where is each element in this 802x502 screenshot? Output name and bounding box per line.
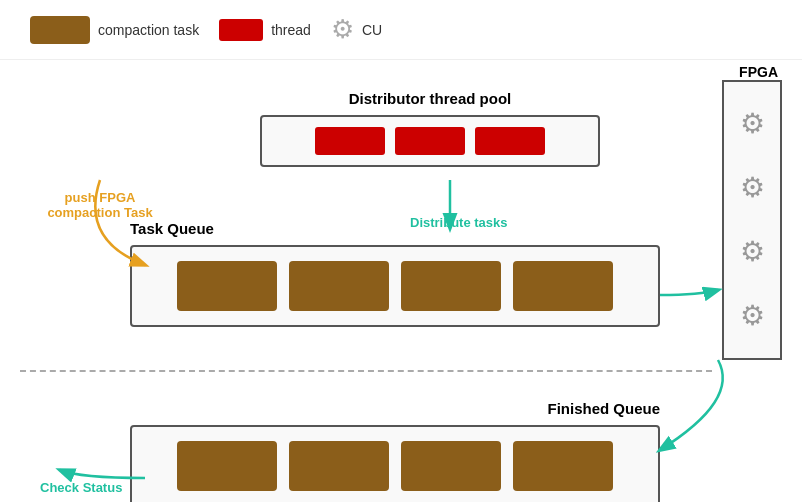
fpga-gear-4: ⚙ bbox=[740, 302, 765, 330]
fpga-gear-1: ⚙ bbox=[740, 110, 765, 138]
check-status-label: Check Status bbox=[40, 480, 122, 495]
finished-queue-section: Finished Queue bbox=[130, 400, 660, 502]
thread-pool-box bbox=[260, 115, 600, 167]
finished-block-4 bbox=[513, 441, 613, 491]
thread-pool-section: Distributor thread pool bbox=[260, 90, 600, 167]
finished-block-2 bbox=[289, 441, 389, 491]
task-queue-label: Task Queue bbox=[130, 220, 660, 237]
fpga-label: FPGA bbox=[739, 64, 778, 80]
task-block-2 bbox=[289, 261, 389, 311]
thread-block-3 bbox=[475, 127, 545, 155]
thread-label: thread bbox=[271, 22, 311, 38]
fpga-box: ⚙ ⚙ ⚙ ⚙ bbox=[722, 80, 782, 360]
gear-icon: ⚙ bbox=[331, 14, 354, 45]
legend-compaction: compaction task bbox=[30, 16, 199, 44]
compaction-color-swatch bbox=[30, 16, 90, 44]
task-block-3 bbox=[401, 261, 501, 311]
finished-block-3 bbox=[401, 441, 501, 491]
finished-queue-label: Finished Queue bbox=[130, 400, 660, 417]
task-block-1 bbox=[177, 261, 277, 311]
cu-label: CU bbox=[362, 22, 382, 38]
finished-block-1 bbox=[177, 441, 277, 491]
legend-cu: ⚙ CU bbox=[331, 14, 382, 45]
push-fpga-label: push FPGA compaction Task bbox=[30, 190, 170, 220]
compaction-label: compaction task bbox=[98, 22, 199, 38]
thread-block-1 bbox=[315, 127, 385, 155]
task-queue-section: Task Queue bbox=[130, 220, 660, 327]
distribute-tasks-label: Distribute tasks bbox=[410, 215, 508, 230]
legend: compaction task thread ⚙ CU bbox=[0, 0, 802, 60]
fpga-gear-2: ⚙ bbox=[740, 174, 765, 202]
thread-color-swatch bbox=[219, 19, 263, 41]
diagram: ⚙ ⚙ ⚙ ⚙ FPGA Distributor thread pool Tas… bbox=[0, 60, 802, 490]
legend-thread: thread bbox=[219, 19, 311, 41]
separator-line bbox=[20, 370, 712, 372]
thread-pool-label: Distributor thread pool bbox=[260, 90, 600, 107]
task-block-4 bbox=[513, 261, 613, 311]
finished-queue-box bbox=[130, 425, 660, 502]
task-queue-box bbox=[130, 245, 660, 327]
thread-block-2 bbox=[395, 127, 465, 155]
fpga-gear-3: ⚙ bbox=[740, 238, 765, 266]
